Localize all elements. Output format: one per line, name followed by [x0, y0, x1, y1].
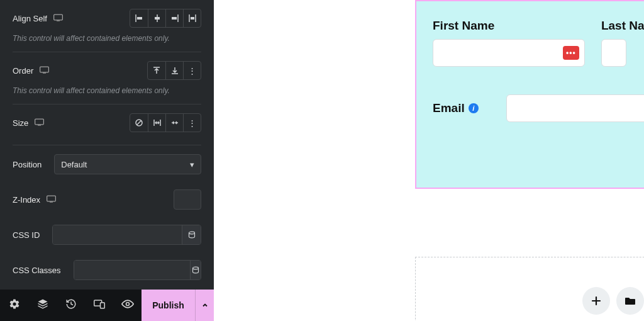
email-field: Email i	[433, 94, 644, 122]
dynamic-tags-button[interactable]	[190, 261, 201, 279]
svg-rect-28	[100, 303, 104, 308]
last-name-label: Last Name	[601, 19, 644, 33]
row-css-id: CSS ID	[13, 216, 201, 251]
svg-rect-21	[47, 196, 56, 201]
preview-icon[interactable]	[116, 300, 139, 311]
row-align-self: Align Self	[13, 0, 201, 34]
position-label: Position	[13, 160, 42, 169]
svg-rect-11	[40, 67, 49, 72]
responsive-mode-icon[interactable]	[88, 299, 111, 312]
z-index-input[interactable]	[174, 189, 201, 210]
add-element-button[interactable]	[582, 287, 610, 315]
first-name-input[interactable]: •••	[433, 39, 585, 67]
svg-line-18	[137, 121, 142, 125]
svg-point-23	[189, 232, 194, 234]
svg-rect-0	[54, 14, 63, 20]
order-label: Order	[13, 66, 33, 76]
size-shrink-button[interactable]	[165, 114, 183, 132]
publish-button[interactable]: Publish	[142, 300, 195, 310]
svg-point-29	[126, 303, 129, 306]
css-classes-input[interactable]	[74, 261, 190, 279]
row-order: Order ⋮	[13, 52, 201, 86]
svg-rect-12	[43, 72, 46, 73]
position-value: Default	[61, 160, 87, 169]
size-options: ⋮	[130, 113, 201, 132]
svg-rect-1	[57, 20, 60, 21]
settings-icon[interactable]	[3, 298, 26, 312]
position-select[interactable]: Default ▾	[54, 154, 201, 174]
row-z-index: Z-Index	[13, 181, 201, 216]
email-input[interactable]	[506, 94, 644, 122]
dynamic-tags-button[interactable]	[182, 225, 201, 244]
responsive-icon[interactable]	[53, 14, 63, 23]
row-position: Position Default ▾	[13, 145, 201, 181]
row-size: Size ⋮	[13, 104, 201, 138]
publish-wrap: Publish	[142, 290, 214, 321]
order-options: ⋮	[147, 61, 201, 80]
size-grow-button[interactable]	[148, 114, 165, 132]
svg-rect-7	[172, 17, 177, 20]
size-label: Size	[13, 118, 28, 128]
css-classes-label: CSS Classes	[13, 266, 61, 275]
svg-rect-3	[137, 17, 142, 20]
form-container[interactable]: First Name ••• Last Name Email i	[415, 0, 644, 189]
responsive-icon[interactable]	[40, 66, 49, 76]
navigator-icon[interactable]	[31, 298, 54, 312]
size-more-button[interactable]: ⋮	[183, 114, 201, 132]
svg-rect-22	[50, 201, 53, 202]
password-manager-badge[interactable]: •••	[563, 46, 579, 60]
css-id-input[interactable]	[53, 225, 182, 244]
history-icon[interactable]	[60, 298, 82, 312]
editor-bottom-bar: Publish	[0, 290, 214, 321]
row-css-classes: CSS Classes	[13, 251, 201, 286]
last-name-field: Last Name	[601, 19, 644, 67]
order-hint: This control will affect contained eleme…	[13, 86, 201, 104]
publish-options-button[interactable]	[195, 290, 214, 321]
order-start-button[interactable]	[148, 62, 165, 79]
css-id-label: CSS ID	[13, 230, 40, 240]
size-none-button[interactable]	[130, 114, 148, 132]
align-center-button[interactable]	[148, 9, 165, 27]
responsive-icon[interactable]	[35, 118, 44, 128]
css-classes-input-wrap	[74, 260, 201, 280]
align-start-button[interactable]	[130, 9, 148, 27]
email-label: Email	[433, 101, 465, 115]
svg-rect-10	[191, 17, 194, 20]
caret-down-icon: ▾	[190, 160, 194, 169]
z-index-label: Z-Index	[13, 195, 40, 205]
svg-point-24	[192, 267, 198, 269]
svg-rect-15	[35, 119, 44, 125]
align-self-hint: This control will affect contained eleme…	[13, 34, 201, 52]
svg-rect-5	[155, 17, 160, 20]
align-self-label: Align Self	[13, 14, 47, 23]
css-id-input-wrap	[52, 225, 201, 245]
order-end-button[interactable]	[165, 62, 183, 79]
bottom-icon-group	[0, 290, 142, 321]
first-name-label: First Name	[433, 19, 585, 33]
editor-canvas: First Name ••• Last Name Email i	[214, 0, 644, 321]
first-name-field: First Name •••	[433, 19, 585, 67]
responsive-icon[interactable]	[47, 195, 56, 205]
align-stretch-button[interactable]	[183, 9, 201, 27]
info-icon[interactable]: i	[469, 103, 479, 113]
align-self-options	[130, 9, 201, 28]
svg-rect-16	[38, 125, 41, 125]
last-name-input[interactable]	[601, 39, 626, 67]
editor-side-panel: Align Self This control will affect cont…	[0, 0, 214, 321]
floating-action-buttons	[582, 287, 644, 315]
order-more-button[interactable]: ⋮	[183, 62, 201, 79]
align-end-button[interactable]	[165, 9, 183, 27]
folder-button[interactable]	[616, 287, 644, 315]
panel-controls: Align Self This control will affect cont…	[0, 0, 214, 290]
